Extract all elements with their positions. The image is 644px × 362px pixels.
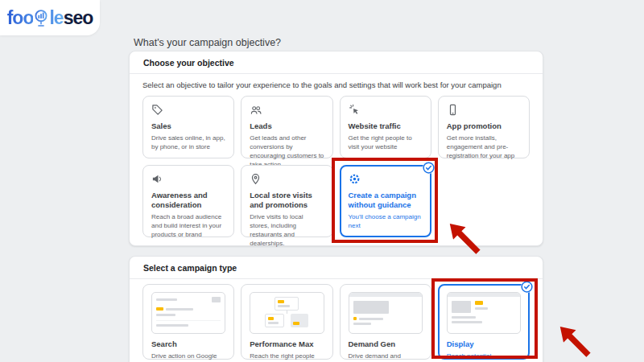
search-campaign-thumbnail	[151, 292, 225, 334]
objective-tile-website-traffic[interactable]: Website traffic Get the right people to …	[340, 96, 431, 158]
tile-label: Search	[151, 339, 225, 349]
objective-card-title: Choose your objective	[130, 51, 543, 74]
tile-description-text: Reach the right people wherever they're …	[250, 352, 323, 362]
objective-tile-awareness[interactable]: Awareness and consideration Reach a broa…	[142, 165, 234, 237]
tile-label: Website traffic	[349, 121, 423, 131]
tile-description: Get more installs, engagement and pre-re…	[447, 134, 521, 161]
highlight-box-display	[431, 278, 538, 359]
logo-text-part3: seo	[64, 9, 93, 27]
objective-tile-sales[interactable]: Sales Drive sales online, in app, by pho…	[142, 96, 234, 158]
campaign-tile-search[interactable]: Search Drive action on Google Search wit…	[142, 284, 234, 360]
tile-description: Drive demand and conversions on YouTube,…	[349, 352, 423, 362]
tile-description: Drive visits to local stores, including …	[250, 212, 324, 249]
tile-label: Sales	[151, 121, 225, 131]
location-pin-icon	[250, 173, 324, 187]
campaign-card-title: Select a campaign type	[130, 257, 543, 279]
logo-text-part2: le	[49, 9, 63, 27]
page-title: What's your campaign objective?	[134, 37, 281, 48]
demand-gen-thumbnail	[349, 292, 423, 334]
price-tag-icon	[151, 104, 225, 117]
tile-description: Drive sales online, in app, by phone, or…	[151, 134, 225, 151]
red-arrow-display	[551, 320, 595, 362]
performance-max-thumbnail	[250, 292, 324, 334]
tile-label: Leads	[250, 121, 324, 131]
cursor-click-icon	[349, 104, 423, 117]
objective-subtitle: Select an objective to tailor your exper…	[142, 80, 530, 89]
people-icon	[250, 104, 324, 117]
tile-label: Local store visits and promotions	[250, 191, 324, 210]
megaphone-icon	[151, 173, 225, 187]
tile-label: Awareness and consideration	[151, 191, 225, 210]
screenshot-stage: foo le seo What's your campaign objectiv…	[0, 0, 644, 362]
mobile-phone-icon	[447, 104, 521, 117]
objective-tile-leads[interactable]: Leads Get leads and other conversions by…	[241, 96, 332, 158]
tile-label: App promotion	[447, 121, 521, 131]
globe-chart-icon	[34, 9, 48, 31]
tile-description: Reach the right people wherever they're …	[250, 352, 324, 362]
tile-description: Drive action on Google Search with text …	[151, 352, 225, 362]
highlight-box-without-guidance	[332, 158, 438, 243]
campaign-tile-performance-max[interactable]: Performance Max Reach the right people w…	[241, 284, 332, 360]
logo-text-part1: foo	[7, 9, 34, 27]
logo-card: foo le seo	[0, 0, 100, 35]
tile-description: Get the right people to visit your websi…	[349, 134, 423, 151]
tile-description: Reach a broad audience and build interes…	[151, 212, 225, 240]
tile-label: Performance Max	[250, 339, 324, 349]
objective-tile-local-store[interactable]: Local store visits and promotions Drive …	[241, 165, 332, 237]
tile-label: Demand Gen	[349, 339, 423, 349]
objective-tile-app-promotion[interactable]: App promotion Get more installs, engagem…	[438, 96, 530, 158]
campaign-tile-demand-gen[interactable]: Demand Gen Drive demand and conversions …	[340, 284, 431, 360]
foogleseo-logo: foo le seo	[7, 7, 93, 29]
tile-description: Get leads and other conversions by encou…	[250, 134, 324, 170]
